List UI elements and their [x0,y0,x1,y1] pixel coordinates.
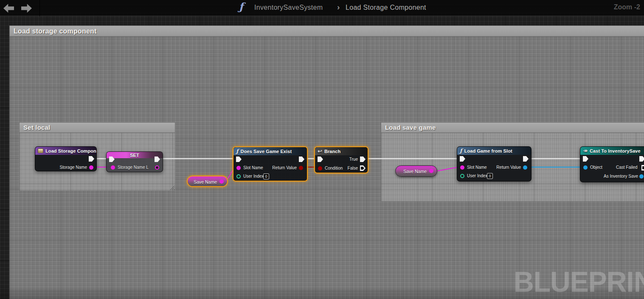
string-input-pin[interactable] [460,165,464,170]
node-cast-to-inventory-save[interactable]: ↠ Cast To InventorySave Object Cast Fail… [580,146,644,182]
string-output-pin[interactable] [155,165,159,170]
breadcrumb-parent[interactable]: InventorySaveSystem [254,4,323,11]
pin-label: Condition [325,165,343,171]
node-title: SET [130,153,139,158]
exec-out-pin[interactable] [639,156,644,162]
pin-label: Return Value [496,165,521,170]
pin-label: False [348,165,358,171]
pin-label: Object [590,165,602,170]
pin-label: Storage Name [60,165,87,170]
zoom-level-label: Zoom -2 [614,3,640,11]
pin-label: Storage Name L [118,165,149,170]
node-get-save-name-2[interactable]: Save Name [395,165,437,177]
collapsed-graph-icon [38,148,43,153]
object-output-pin[interactable] [523,165,527,170]
string-output-pin[interactable] [219,179,224,184]
node-does-save-game-exist[interactable]: ƒ Does Save Game Exist Slot Name Return … [233,146,308,182]
chevron-right-icon: › [337,3,340,12]
string-input-pin[interactable] [236,166,241,170]
blueprint-watermark: BLUEPRINT [514,265,644,299]
variable-name: Save Name [396,169,427,174]
pin-label: Cast Failed [616,165,638,170]
node-set-storage-name[interactable]: SET Storage Name L [106,151,163,172]
node-load-game-from-slot[interactable]: ƒ Load Game from Slot Slot Name Return V… [457,146,532,182]
exec-in-pin[interactable] [460,156,465,162]
forward-icon[interactable] [21,4,32,13]
branch-icon: ↩ [318,148,322,154]
comment-header[interactable]: Load save game [381,122,644,133]
exec-out-pin[interactable] [155,156,160,162]
exec-in-pin[interactable] [583,156,588,162]
pin-label: True [349,156,358,162]
int-input-pin[interactable] [460,174,464,178]
object-input-pin[interactable] [583,165,588,170]
exec-out-pin[interactable] [523,156,529,162]
int-input-pin[interactable] [236,174,241,179]
bool-output-pin[interactable] [299,166,303,170]
pin-label: User Index [243,173,264,179]
exec-cast-failed-pin[interactable] [641,165,644,170]
blueprint-editor: Load storage component Set local Load sa… [0,0,644,299]
string-output-pin[interactable] [89,165,93,170]
comment-header[interactable]: Load storage component [9,25,644,36]
variable-name: Save Name [188,179,217,184]
pin-label: Slot Name [467,165,487,170]
function-icon: ƒ [239,0,243,13]
function-icon: ƒ [236,148,239,154]
object-output-pin[interactable] [639,174,644,179]
exec-out-pin[interactable] [89,156,94,162]
pin-label: Slot Name [243,165,263,170]
pin-label: User Index [467,173,487,179]
divider [39,0,40,16]
exec-in-pin[interactable] [109,156,115,162]
exec-false-pin[interactable] [360,165,366,171]
node-get-save-name-1[interactable]: Save Name [187,176,228,187]
bool-input-pin[interactable] [318,166,322,170]
exec-in-pin[interactable] [236,156,242,162]
resize-handle-icon[interactable] [170,185,174,190]
node-title: Load Storage Component [45,148,96,154]
exec-out-pin[interactable] [299,156,304,162]
node-branch[interactable]: ↩ Branch Condition True False [314,146,368,173]
cast-icon: ↠ [583,148,588,154]
pin-label: As Inventory Save [604,173,638,179]
exec-in-pin[interactable] [318,156,323,162]
string-output-pin[interactable] [429,169,433,173]
graph-canvas[interactable]: Load storage component Set local Load sa… [0,0,644,299]
node-title: Branch [324,149,341,154]
user-index-value-field[interactable]: 0 [263,173,269,179]
string-input-pin[interactable] [111,165,115,170]
user-index-value-field[interactable]: 0 [487,173,493,179]
graph-title-bar: ƒ InventorySaveSystem › Load Storage Com… [0,0,644,16]
back-icon[interactable] [3,4,14,13]
function-icon: ƒ [460,148,462,154]
exec-true-pin[interactable] [360,156,366,162]
node-title: Load Game from Slot [464,148,512,154]
comment-header[interactable]: Set local [19,122,175,133]
node-load-storage-component[interactable]: Load Storage Component Storage Name [35,146,97,171]
breadcrumb-current[interactable]: Load Storage Component [346,4,426,11]
node-title: Cast To InventorySave [590,148,641,154]
node-title: Does Save Game Exist [241,149,292,154]
pin-label: Return Value [272,165,297,170]
